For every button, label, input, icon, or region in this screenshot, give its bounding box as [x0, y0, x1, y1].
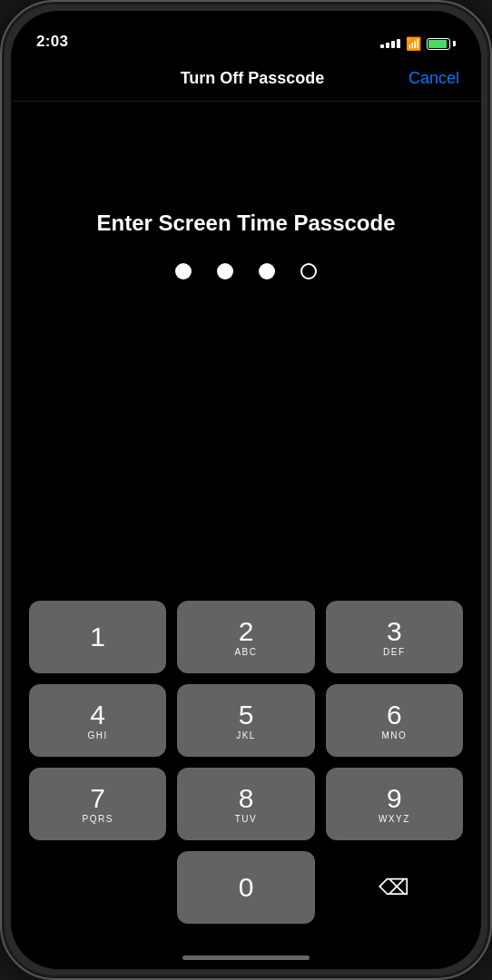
volume-up-button [0, 238, 1, 310]
key-1[interactable]: 1 [29, 601, 166, 673]
key-empty [29, 851, 166, 924]
passcode-dot-1 [175, 263, 192, 279]
battery-icon [427, 38, 456, 50]
key-7[interactable]: 7 PQRS [29, 768, 166, 840]
delete-icon: ⌫ [379, 875, 409, 900]
phone-screen: 2:03 📶 Turn Off Passco [11, 11, 481, 969]
cancel-button[interactable]: Cancel [408, 69, 459, 88]
keypad-grid: 1 2 ABC 3 DEF 4 GHI 5 JKL [29, 601, 463, 924]
passcode-prompt-title: Enter Screen Time Passcode [69, 211, 422, 236]
wifi-icon: 📶 [406, 36, 421, 51]
mute-button [0, 165, 1, 215]
passcode-dots [175, 263, 317, 279]
keypad: 1 2 ABC 3 DEF 4 GHI 5 JKL [11, 601, 481, 924]
nav-title: Turn Off Passcode [96, 69, 408, 88]
navigation-bar: Turn Off Passcode Cancel [11, 56, 481, 102]
delete-button[interactable]: ⌫ [326, 851, 463, 924]
key-8[interactable]: 8 TUV [177, 768, 314, 840]
key-5[interactable]: 5 JKL [177, 684, 314, 757]
status-time: 2:03 [36, 33, 68, 51]
key-9[interactable]: 9 WXYZ [326, 768, 463, 840]
key-4[interactable]: 4 GHI [29, 684, 166, 757]
notch [173, 11, 319, 38]
key-2[interactable]: 2 ABC [177, 601, 314, 673]
key-6[interactable]: 6 MNO [326, 684, 463, 757]
key-3[interactable]: 3 DEF [326, 601, 463, 673]
passcode-dot-4 [300, 263, 317, 279]
passcode-dot-2 [217, 263, 233, 279]
status-icons: 📶 [380, 36, 456, 51]
key-0[interactable]: 0 [177, 851, 314, 924]
passcode-dot-3 [259, 263, 275, 279]
phone-frame: 2:03 📶 Turn Off Passco [0, 0, 492, 980]
signal-icon [380, 39, 400, 48]
home-indicator [182, 956, 310, 960]
volume-down-button [0, 328, 1, 401]
